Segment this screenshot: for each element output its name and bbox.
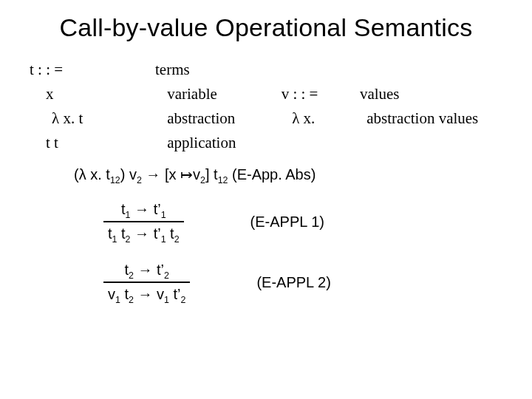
slide-body: t : : = terms x variable v : : = values … xyxy=(30,61,502,304)
r2-ar: → xyxy=(134,262,157,278)
r2-cr2: t’ xyxy=(169,286,181,302)
r2-car: → xyxy=(134,286,157,302)
rule-beta: (λ x. t12) v2 → [x ↦v2] t12 (E-App. Abs) xyxy=(30,166,502,183)
t-app-desc: application xyxy=(167,134,282,152)
r2-prs: 2 xyxy=(164,270,169,281)
r2-cr2s: 2 xyxy=(181,295,186,305)
rule-appl1-tag: (E-APPL 1) xyxy=(250,214,324,231)
r1-pr: t’ xyxy=(154,201,161,217)
beta-t12a-sub: 12 xyxy=(110,175,120,185)
rule-appl2-bar xyxy=(103,282,190,283)
beta-tag: (E-App. Abs) xyxy=(228,166,316,183)
beta-arrow-sub: → [x ↦v xyxy=(142,166,200,183)
rule-appl1-bar xyxy=(103,221,184,222)
v-head: v : : = xyxy=(282,85,360,103)
beta-close-v: ) v xyxy=(120,166,137,183)
v-abs: λ x. xyxy=(276,109,366,128)
r1-prs: 1 xyxy=(161,210,166,220)
r1-cr2s: 2 xyxy=(174,234,180,245)
slide-title: Call-by-value Operational Semantics xyxy=(0,13,532,42)
r2-pr: t’ xyxy=(157,262,164,278)
v-abs-desc: abstraction values xyxy=(366,109,502,128)
r1-ar: → xyxy=(131,201,154,217)
slide: Call-by-value Operational Semantics t : … xyxy=(0,0,532,399)
grammar-row-app: t t application xyxy=(30,134,502,152)
r2-cl1s: 1 xyxy=(115,295,120,305)
beta-v2b-sub: 2 xyxy=(200,175,205,185)
beta-v2a-sub: 2 xyxy=(137,175,142,185)
r1-cl2: t xyxy=(117,225,125,242)
r1-cr1s: 1 xyxy=(161,234,166,245)
t-head-desc: terms xyxy=(155,61,273,79)
t-var: x xyxy=(30,85,167,103)
r1-cr2: t xyxy=(166,225,174,242)
r2-cr1s: 1 xyxy=(164,295,169,305)
r2-cr1: v xyxy=(157,286,164,302)
t-var-desc: variable xyxy=(167,85,282,103)
r2-cl2: t xyxy=(120,286,129,302)
t-head: t : : = xyxy=(30,61,155,79)
rule-appl2: t2 → t’2 v1 t2 → v1 t’2 (E-APPL 2) xyxy=(30,260,502,304)
r2-pls: 2 xyxy=(129,270,134,281)
rule-appl2-tag: (E-APPL 2) xyxy=(256,274,330,291)
rule-appl2-fraction: t2 → t’2 v1 t2 → v1 t’2 xyxy=(103,260,190,304)
beta-lhs-open: (λ x. t xyxy=(74,166,110,183)
grammar-row-abs: λ x. t abstraction λ x. abstraction valu… xyxy=(30,109,502,128)
r2-cl2s: 2 xyxy=(129,295,134,305)
grammar-row-t-head: t : : = terms xyxy=(30,61,502,79)
rule-appl2-premise: t2 → t’2 xyxy=(103,260,190,280)
beta-t12b-sub: 12 xyxy=(218,175,228,185)
beta-close-t: ] t xyxy=(205,166,218,183)
r1-cr1: t’ xyxy=(154,225,161,242)
rule-appl1-conclusion: t1 t2 → t’1 t2 xyxy=(103,224,184,244)
r1-pls: 1 xyxy=(126,210,131,220)
r1-cl2s: 2 xyxy=(126,234,131,245)
r1-car: → xyxy=(131,225,154,242)
t-app: t t xyxy=(30,134,167,152)
v-head-desc: values xyxy=(360,85,502,103)
t-abs: λ x. t xyxy=(30,109,167,128)
r2-cl1: v xyxy=(108,286,115,302)
rule-appl2-conclusion: v1 t2 → v1 t’2 xyxy=(103,284,190,304)
rule-appl1: t1 → t’1 t1 t2 → t’1 t2 (E-APPL 1) xyxy=(30,200,502,244)
t-abs-desc: abstraction xyxy=(167,109,276,128)
rule-appl1-fraction: t1 → t’1 t1 t2 → t’1 t2 xyxy=(103,200,184,244)
rule-appl1-premise: t1 → t’1 xyxy=(103,200,184,219)
grammar-row-var: x variable v : : = values xyxy=(30,85,502,103)
